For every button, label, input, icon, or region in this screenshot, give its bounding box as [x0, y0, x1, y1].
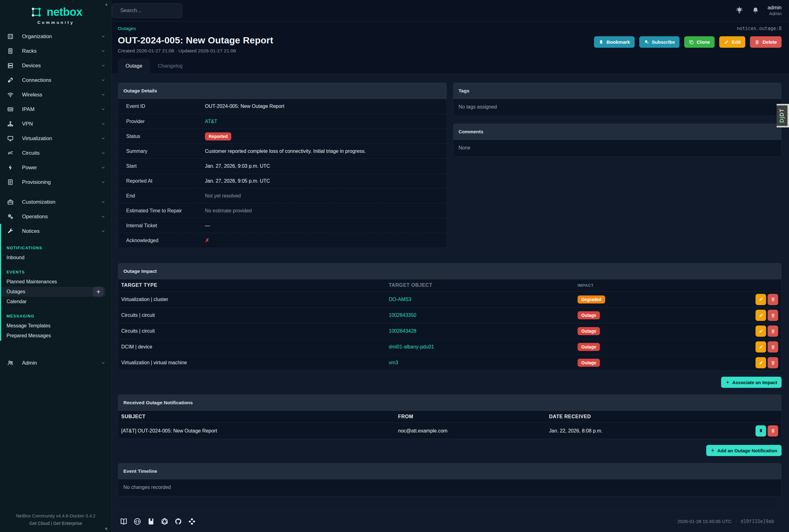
trash-icon — [771, 429, 775, 433]
sidebar-item-connections[interactable]: Connections — [0, 73, 112, 88]
table-row: DCIM | device dmi01-albany-pdu01 Outage — [118, 339, 781, 355]
sidebar-item-outages[interactable]: Outages — [1, 287, 105, 297]
bookmark-icon — [599, 40, 603, 45]
delete-impact-button[interactable] — [768, 325, 778, 337]
sidebar-item-racks[interactable]: Racks — [0, 44, 112, 58]
page-title: OUT-2024-005: New Outage Report — [118, 35, 273, 45]
rest-api-icon[interactable] — [133, 517, 141, 526]
provider-link[interactable]: AT&T — [205, 119, 217, 124]
detail-row: Acknowledged ✗ — [118, 233, 446, 248]
api-docs-journal-icon[interactable] — [147, 517, 155, 526]
netbox-logo-icon — [29, 5, 43, 19]
sidebar-item-message-templates[interactable]: Message Templates — [1, 321, 112, 331]
outage-details-header: Outage Details — [118, 83, 446, 99]
search-box[interactable] — [112, 3, 182, 18]
delete-impact-button[interactable] — [768, 310, 778, 321]
target-object-link[interactable]: dmi01-albany-pdu01 — [389, 344, 434, 349]
sidebar-item-vpn[interactable]: VPN — [0, 117, 112, 131]
sidebar-item-prepared-messages[interactable]: Prepared Messages — [1, 331, 112, 341]
trash-icon — [755, 40, 759, 45]
django-debug-toolbar-handle[interactable]: DjDT — [776, 104, 789, 128]
connections-icon — [7, 77, 14, 83]
graphql-api-icon[interactable] — [160, 517, 169, 526]
sidebar-item-provisioning[interactable]: Provisioning — [0, 175, 112, 189]
subscribe-button[interactable]: Subscribe — [639, 36, 679, 48]
delete-impact-button[interactable] — [768, 357, 778, 368]
get-cloud-link[interactable]: Get Cloud — [30, 521, 50, 526]
sidebar-item-customization[interactable]: Customization — [0, 195, 112, 209]
sidebar-item-notices[interactable]: Notices — [1, 224, 112, 239]
delete-button[interactable]: Delete — [750, 36, 782, 48]
theme-lightbulb-icon[interactable] — [735, 6, 744, 15]
sidebar-nav: Organization Racks Devices Connections W… — [0, 29, 112, 370]
pencil-icon — [758, 297, 763, 302]
netbox-labs-icon[interactable] — [188, 517, 196, 526]
search-input[interactable] — [120, 7, 189, 14]
racks-icon — [7, 48, 14, 54]
delete-impact-button[interactable] — [768, 294, 778, 305]
sidebar-item-planned-maintenances[interactable]: Planned Maintenances — [1, 277, 112, 287]
target-object-link[interactable]: DO-AMS3 — [389, 297, 411, 302]
detail-row: Internal Ticket — — [118, 218, 446, 233]
detail-row: Provider AT&T — [118, 114, 446, 129]
sidebar-item-wireless[interactable]: Wireless — [0, 88, 112, 102]
page-meta: Created 2026-01-27 21:08 · Updated 2026-… — [118, 48, 273, 54]
detail-row: Start Jan. 27, 2026, 9:03 p.m. UTC — [118, 158, 446, 173]
edit-impact-button[interactable] — [755, 294, 766, 305]
trash-icon — [771, 329, 775, 334]
edit-button[interactable]: Edit — [719, 36, 745, 48]
github-icon[interactable] — [174, 517, 182, 526]
delete-impact-button[interactable] — [768, 341, 778, 353]
associate-impact-button[interactable]: Associate an Impact — [721, 377, 782, 388]
target-object-link[interactable]: 1002843428 — [389, 328, 416, 334]
target-object-link[interactable]: vm3 — [389, 360, 398, 365]
users-icon — [7, 360, 14, 366]
wireless-icon — [7, 92, 14, 98]
operations-icon — [7, 213, 14, 220]
edit-impact-button[interactable] — [755, 341, 766, 353]
acknowledged-false-icon: ✗ — [205, 238, 209, 243]
table-row: [AT&T] OUT-2024-005: New Outage Report n… — [118, 423, 781, 439]
page-head: Outages notices.outage:8 OUT-2024-005: N… — [112, 21, 789, 73]
edit-impact-button[interactable] — [755, 325, 766, 337]
sidebar-item-devices[interactable]: Devices — [0, 58, 112, 73]
sidebar-item-operations[interactable]: Operations — [0, 209, 112, 224]
sidebar-item-ipam[interactable]: IPAM — [0, 102, 112, 117]
add-outage-notification-button[interactable]: Add an Outage Notification — [706, 445, 782, 456]
bookmark-button[interactable]: Bookmark — [594, 36, 635, 48]
add-outage-button[interactable] — [93, 287, 103, 297]
chevron-down-icon — [101, 92, 105, 97]
user-menu[interactable]: admin Admin — [768, 4, 782, 17]
chevron-down-icon — [101, 34, 105, 39]
sidebar-scroll-down-icon[interactable]: ▼ — [104, 526, 109, 531]
devices-icon — [7, 62, 14, 69]
impact-badge: Outage — [578, 343, 600, 351]
sidebar-item-virtualization[interactable]: Virtualization — [0, 131, 112, 146]
virtualization-icon — [7, 135, 14, 142]
get-enterprise-link[interactable]: Get Enterprise — [53, 521, 82, 526]
notifications-bell-icon[interactable] — [751, 6, 759, 15]
breadcrumb[interactable]: Outages — [118, 26, 136, 31]
sidebar-item-calendar[interactable]: Calendar — [1, 297, 112, 307]
bell-plus-icon — [644, 40, 649, 45]
clone-button[interactable]: Clone — [684, 36, 715, 48]
chevron-down-icon — [101, 229, 105, 233]
tab-changelog[interactable]: Changelog — [150, 59, 190, 73]
tags-empty-text: No tags assigned — [453, 99, 781, 116]
sidebar-item-admin[interactable]: Admin — [0, 356, 112, 370]
docs-book-icon[interactable] — [120, 517, 128, 526]
chevron-down-icon — [101, 63, 105, 68]
pin-notification-button[interactable] — [755, 425, 766, 437]
sidebar-item-organization[interactable]: Organization — [0, 29, 112, 44]
delete-notification-button[interactable] — [768, 425, 778, 437]
sidebar-item-circuits[interactable]: Circuits — [0, 146, 112, 160]
sidebar-scroll-up-icon[interactable]: ▲ — [104, 2, 109, 6]
edit-impact-button[interactable] — [755, 357, 766, 368]
tab-bar: Outage Changelog — [118, 59, 782, 73]
target-object-link[interactable]: 1002843350 — [389, 312, 416, 318]
sidebar-item-inbound[interactable]: Inbound — [1, 253, 112, 263]
tab-outage[interactable]: Outage — [118, 59, 150, 73]
brand[interactable]: netbox Community — [0, 0, 112, 25]
sidebar-item-power[interactable]: Power — [0, 160, 112, 175]
edit-impact-button[interactable] — [755, 310, 766, 321]
